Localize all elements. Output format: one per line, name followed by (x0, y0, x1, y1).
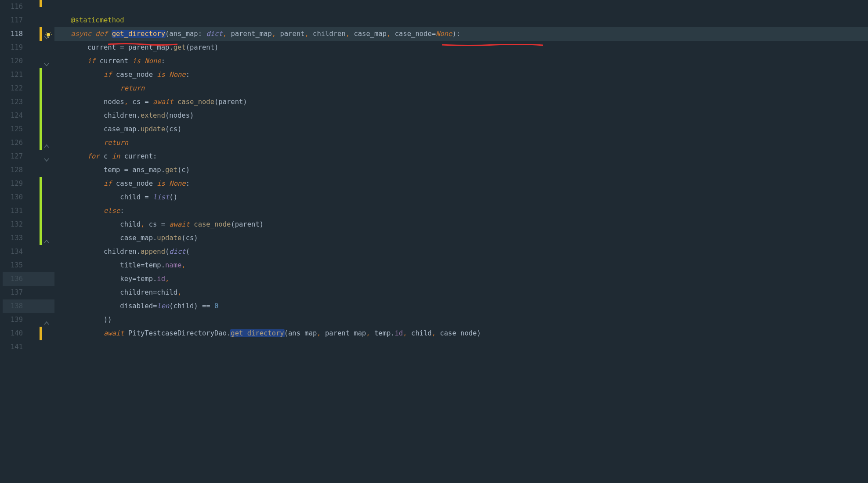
code-line[interactable]: case_map.update(cs) (54, 231, 868, 245)
line-number[interactable]: 128 (0, 163, 23, 177)
line-number[interactable]: 137 (0, 286, 23, 299)
line-number[interactable]: 119 (0, 41, 23, 54)
line-number[interactable]: 131 (0, 204, 23, 218)
change-marker (40, 123, 42, 136)
change-marker (40, 0, 42, 7)
code-line[interactable]: temp = ans_map.get(c) (54, 163, 868, 177)
line-number[interactable]: 135 (0, 259, 23, 272)
code-line[interactable]: child = list() (54, 191, 868, 204)
line-number[interactable]: 120 (0, 54, 23, 68)
code-line[interactable]: title=temp.name, (54, 259, 868, 272)
line-number[interactable]: 122 (0, 82, 23, 95)
code-line[interactable]: else: (54, 204, 868, 218)
change-marker (40, 204, 42, 218)
code-line[interactable]: if current is None: (54, 54, 868, 68)
change-marker (40, 327, 42, 340)
code-line[interactable]: case_map.update(cs) (54, 123, 868, 136)
function-name: get_directory (112, 30, 166, 38)
line-number[interactable]: 140 (0, 327, 23, 340)
code-line[interactable] (54, 340, 868, 354)
code-line[interactable]: disabled=len(child) == 0 (54, 299, 868, 313)
line-highlight (3, 299, 54, 313)
line-number[interactable]: 121 (0, 68, 23, 82)
line-number[interactable]: 133 (0, 231, 23, 245)
code-line[interactable]: nodes, cs = await case_node(parent) (54, 95, 868, 109)
line-number[interactable]: 116 (0, 0, 23, 14)
gutter: 116 117 118 119 120 121 122 123 124 125 … (0, 0, 52, 483)
change-marker (40, 95, 42, 109)
line-numbers: 116 117 118 119 120 121 122 123 124 125 … (0, 0, 27, 483)
fold-up-icon[interactable] (44, 235, 49, 241)
code-line[interactable]: await PityTestcaseDirectoryDao.get_direc… (54, 327, 868, 340)
code-line[interactable]: children.extend(nodes) (54, 109, 868, 123)
code-line[interactable]: return (54, 136, 868, 150)
fold-up-icon[interactable] (44, 140, 49, 145)
line-number[interactable]: 134 (0, 245, 23, 259)
function-call: get_directory (230, 329, 284, 337)
code-line[interactable]: async def get_directory(ans_map: dict, p… (54, 27, 868, 41)
line-number[interactable]: 125 (0, 123, 23, 136)
change-marker (40, 191, 42, 204)
code-line[interactable]: key=temp.id, (54, 272, 868, 286)
change-marker (40, 68, 42, 82)
fold-down-icon[interactable] (44, 31, 49, 36)
code-line[interactable]: current = parent_map.get(parent) (54, 41, 868, 54)
change-marker (40, 136, 42, 150)
code-area[interactable]: @staticmethod async def get_directory(an… (52, 0, 868, 483)
code-line[interactable]: if case_node is None: (54, 177, 868, 191)
line-number[interactable]: 126 (0, 136, 23, 150)
code-line[interactable]: return (54, 82, 868, 95)
code-editor: 116 117 118 119 120 121 122 123 124 125 … (0, 0, 868, 483)
fold-up-icon[interactable] (44, 317, 49, 322)
code-line[interactable]: children=child, (54, 286, 868, 299)
line-number[interactable]: 130 (0, 191, 23, 204)
line-number[interactable]: 127 (0, 150, 23, 163)
code-line[interactable]: child, cs = await case_node(parent) (54, 218, 868, 231)
change-marker (40, 218, 42, 231)
decorator: @staticmethod (71, 16, 124, 24)
change-marker (40, 82, 42, 95)
line-number[interactable]: 123 (0, 95, 23, 109)
line-number[interactable]: 129 (0, 177, 23, 191)
line-number[interactable]: 139 (0, 313, 23, 327)
line-highlight (3, 272, 54, 286)
code-line[interactable]: @staticmethod (54, 14, 868, 27)
line-number[interactable]: 118 (0, 27, 23, 41)
code-line[interactable]: )) (54, 313, 868, 327)
code-line[interactable]: children.append(dict( (54, 245, 868, 259)
gutter-markers (27, 0, 52, 483)
change-marker (40, 27, 42, 41)
line-number[interactable]: 141 (0, 340, 23, 354)
fold-down-icon[interactable] (44, 154, 49, 159)
fold-down-icon[interactable] (44, 58, 49, 64)
line-number[interactable]: 124 (0, 109, 23, 123)
code-line[interactable]: for c in current: (54, 150, 868, 163)
line-number[interactable]: 132 (0, 218, 23, 231)
change-marker (40, 109, 42, 123)
code-line[interactable] (54, 0, 868, 14)
line-number[interactable]: 117 (0, 14, 23, 27)
change-marker (40, 177, 42, 191)
code-line[interactable]: if case_node is None: (54, 68, 868, 82)
change-marker (40, 231, 42, 245)
